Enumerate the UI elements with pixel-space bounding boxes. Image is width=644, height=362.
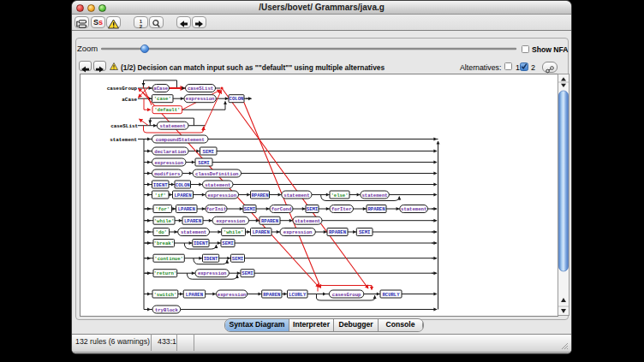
svg-text:SEMI: SEMI bbox=[359, 229, 370, 235]
svg-text:'for': 'for' bbox=[155, 206, 170, 212]
svg-text:'switch': 'switch' bbox=[153, 292, 176, 298]
svg-text:caseSList: caseSList bbox=[188, 86, 213, 92]
svg-text:statement: statement bbox=[283, 193, 309, 199]
svg-text:RPAREN: RPAREN bbox=[367, 206, 385, 212]
svg-text:IDENT: IDENT bbox=[204, 256, 218, 262]
svg-text:expression: expression bbox=[154, 160, 183, 166]
svg-text:LPAREN: LPAREN bbox=[184, 218, 201, 224]
svg-text:COLON: COLON bbox=[176, 182, 190, 188]
svg-text:LPAREN: LPAREN bbox=[178, 206, 195, 212]
svg-text:SEMI: SEMI bbox=[222, 240, 233, 246]
svg-text:'while': 'while' bbox=[224, 229, 244, 235]
svg-text:SEMI: SEMI bbox=[203, 149, 214, 155]
svg-text:aCase: aCase bbox=[122, 97, 137, 103]
svg-text:statement: statement bbox=[361, 193, 387, 199]
svg-text:'while': 'while' bbox=[154, 218, 175, 224]
svg-text:IDENT: IDENT bbox=[153, 182, 168, 188]
svg-text:'continue': 'continue' bbox=[154, 256, 183, 262]
svg-text:'default': 'default' bbox=[154, 107, 180, 113]
svg-text:forCond: forCond bbox=[271, 206, 292, 212]
svg-text:LPAREN: LPAREN bbox=[186, 292, 203, 298]
svg-text:COLON: COLON bbox=[230, 96, 244, 102]
svg-text:classDefinition: classDefinition bbox=[195, 171, 239, 177]
svg-text:SEMI: SEMI bbox=[244, 206, 255, 212]
svg-text:expression: expression bbox=[218, 292, 247, 298]
svg-text:RPAREN: RPAREN bbox=[261, 218, 278, 224]
svg-text:forIter: forIter bbox=[331, 206, 352, 212]
svg-text:modifiers: modifiers bbox=[154, 171, 181, 177]
svg-text:SEMI: SEMI bbox=[198, 160, 209, 166]
svg-text:RPAREN: RPAREN bbox=[329, 229, 346, 235]
svg-text:RPAREN: RPAREN bbox=[263, 292, 280, 298]
svg-text:'return': 'return' bbox=[153, 270, 176, 276]
svg-text:SEMI: SEMI bbox=[307, 206, 318, 212]
svg-text:declaration: declaration bbox=[154, 149, 187, 155]
svg-text:expression: expression bbox=[186, 96, 215, 102]
svg-text:compoundStatement: compoundStatement bbox=[156, 137, 205, 143]
svg-text:statement: statement bbox=[205, 182, 230, 188]
svg-text:statement: statement bbox=[181, 229, 206, 235]
svg-text:LPAREN: LPAREN bbox=[174, 193, 191, 199]
svg-text:statement: statement bbox=[401, 206, 426, 212]
svg-text:'if': 'if' bbox=[155, 193, 166, 199]
svg-text:'do': 'do' bbox=[156, 229, 167, 235]
svg-text:'break': 'break' bbox=[154, 240, 175, 246]
svg-text:expression: expression bbox=[283, 229, 313, 235]
svg-text:2: 2 bbox=[140, 24, 143, 29]
svg-text:caseSList: caseSList bbox=[110, 123, 138, 129]
svg-text:expression: expression bbox=[216, 218, 245, 224]
svg-text:'else': 'else' bbox=[331, 193, 348, 199]
svg-text:forInit: forInit bbox=[206, 206, 227, 212]
svg-text:expression: expression bbox=[198, 270, 227, 276]
svg-text:casesGroup: casesGroup bbox=[332, 292, 361, 298]
svg-text:statement: statement bbox=[295, 218, 320, 224]
svg-text:statement: statement bbox=[110, 137, 137, 143]
svg-text:tryBlock: tryBlock bbox=[155, 307, 178, 313]
svg-text:LPAREN: LPAREN bbox=[253, 229, 270, 235]
svg-text:RPAREN: RPAREN bbox=[251, 193, 268, 199]
svg-text:RCURLY: RCURLY bbox=[382, 292, 400, 298]
svg-text:SEMI: SEMI bbox=[232, 256, 243, 262]
svg-text:LCURLY: LCURLY bbox=[289, 292, 307, 298]
svg-text:IDENT: IDENT bbox=[194, 240, 208, 246]
svg-text:aCase: aCase bbox=[153, 86, 168, 92]
svg-text:SEMI: SEMI bbox=[242, 270, 253, 276]
svg-text:expression: expression bbox=[207, 193, 236, 199]
svg-text:casesGroup: casesGroup bbox=[107, 86, 138, 92]
svg-text:'case': 'case' bbox=[154, 96, 171, 102]
svg-text:statement: statement bbox=[160, 123, 186, 129]
